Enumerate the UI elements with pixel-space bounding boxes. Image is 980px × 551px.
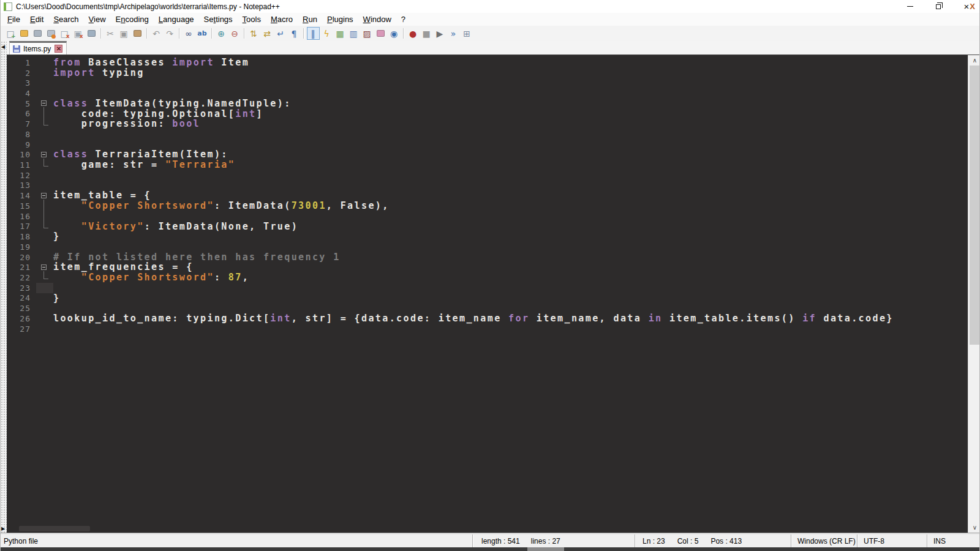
toolbar-separator (303, 28, 304, 39)
menu-macro[interactable]: Macro (266, 13, 298, 26)
replace-icon[interactable]: ab (196, 27, 209, 40)
print-icon[interactable] (85, 27, 98, 40)
zoom-in-icon[interactable]: ⊕ (215, 27, 228, 40)
code-line-20[interactable]: 20# If not listed here then has frequenc… (7, 252, 968, 263)
indent-guide-icon[interactable]: ‖ (307, 27, 320, 40)
scroll-up-arrow[interactable]: ∧ (968, 55, 980, 66)
code-line-4[interactable]: 4 (7, 88, 968, 99)
code-line-26[interactable]: 26lookup_id_to_name: typing.Dict[int, st… (7, 313, 968, 324)
minimize-button[interactable] (896, 0, 924, 13)
document-list-icon[interactable]: ▥ (347, 27, 360, 40)
code-line-22[interactable]: 22 "Copper Shortsword": 87, (7, 272, 968, 283)
fold-margin-start[interactable] (36, 99, 53, 109)
fold-collapse-box-icon[interactable] (41, 100, 47, 106)
code-line-14[interactable]: 14item_table = { (7, 190, 968, 201)
fold-collapse-box-icon[interactable] (41, 193, 47, 198)
folder-as-workspace-icon[interactable]: ▨ (361, 27, 374, 40)
horizontal-scrollbar-thumb[interactable] (19, 526, 90, 531)
menu-language[interactable]: Language (154, 13, 199, 26)
code-line-9[interactable]: 9 (7, 140, 968, 150)
undo-icon[interactable]: ↶ (150, 27, 163, 40)
close-button[interactable]: × (952, 0, 980, 13)
paste-icon[interactable] (131, 27, 144, 40)
document-monitoring-icon[interactable]: ◉ (388, 27, 401, 40)
copy-icon[interactable]: ▣ (118, 27, 130, 40)
sync-vertical-icon[interactable]: ⇅ (247, 27, 260, 40)
macro-stop-icon[interactable]: ■ (420, 27, 433, 40)
fold-margin-end (36, 119, 53, 129)
menu-tools[interactable]: Tools (238, 13, 266, 26)
close-file-icon[interactable]: □x (58, 27, 71, 40)
tab-scroll-left-arrow[interactable]: ◀ (1, 45, 5, 50)
code-line-1[interactable]: 1from BaseClasses import Item (7, 58, 968, 68)
code-line-24[interactable]: 24} (7, 293, 968, 304)
code-line-27[interactable]: 27 (7, 324, 968, 334)
menu-encoding[interactable]: Encoding (111, 13, 154, 26)
show-all-characters-icon[interactable]: ¶ (288, 27, 301, 40)
fold-margin-start[interactable] (36, 149, 53, 160)
macro-record-icon[interactable]: ● (407, 27, 420, 40)
code-line-16[interactable]: 16 (7, 211, 968, 222)
fold-margin-start[interactable] (36, 262, 53, 272)
menu-search[interactable]: Search (48, 13, 83, 26)
code-region[interactable]: 1from BaseClasses import Item2import typ… (7, 55, 968, 533)
code-line-5[interactable]: 5class ItemData(typing.NamedTuple): (7, 99, 968, 109)
fold-collapse-box-icon[interactable] (41, 152, 47, 157)
code-line-11[interactable]: 11 game: str = "Terraria" (7, 160, 968, 170)
project-panel-icon[interactable] (374, 27, 387, 40)
code-line-17[interactable]: 17 "Victory": ItemData(None, True) (7, 222, 968, 232)
menu-help[interactable]: ? (396, 13, 410, 26)
code-line-23[interactable]: 23 (7, 283, 968, 293)
new-file-icon[interactable]: □+ (4, 27, 17, 40)
macro-play-icon[interactable]: ▶ (434, 27, 447, 40)
save-icon[interactable] (31, 27, 44, 40)
find-icon[interactable]: ∞ (183, 27, 195, 40)
code-line-10[interactable]: 10class TerrariaItem(Item): (7, 149, 968, 160)
code-line-21[interactable]: 21item_frequencies = { (7, 262, 968, 272)
menu-edit[interactable]: Edit (25, 13, 48, 26)
close-all-icon[interactable]: ▣x (72, 27, 85, 40)
code-line-19[interactable]: 19 (7, 242, 968, 252)
dock-right-arrow[interactable]: ▶ (1, 527, 5, 531)
code-line-2[interactable]: 2import typing (7, 68, 968, 78)
code-line-3[interactable]: 3 (7, 78, 968, 88)
menu-plugins[interactable]: Plugins (322, 13, 358, 26)
fold-collapse-box-icon[interactable] (41, 264, 47, 270)
code-line-18[interactable]: 18} (7, 231, 968, 242)
restore-button[interactable] (924, 0, 952, 13)
line-number: 19 (7, 242, 36, 252)
word-wrap-icon[interactable]: ↵ (274, 27, 287, 40)
menu-window[interactable]: Window (358, 13, 396, 26)
code-line-15[interactable]: 15 "Copper Shortsword": ItemData(73001, … (7, 201, 968, 211)
scroll-down-arrow[interactable]: ∨ (968, 522, 980, 533)
tab-close-icon[interactable]: ✕ (55, 45, 62, 53)
redo-icon[interactable]: ↷ (164, 27, 176, 40)
function-list-icon[interactable]: ϟ (320, 27, 333, 40)
code-line-8[interactable]: 8 (7, 129, 968, 140)
vertical-scrollbar[interactable]: ∧ ∨ (968, 55, 980, 533)
cut-icon[interactable]: ✂ (104, 27, 117, 40)
close-document-x-button[interactable]: X (970, 2, 975, 11)
code-line-25[interactable]: 25 (7, 303, 968, 313)
vertical-scrollbar-thumb[interactable] (970, 66, 980, 345)
zoom-out-icon[interactable]: ⊖ (228, 27, 241, 40)
menu-settings[interactable]: Settings (199, 13, 238, 26)
menu-file[interactable]: File (2, 13, 25, 26)
menu-view[interactable]: View (84, 13, 111, 26)
line-number: 21 (7, 263, 36, 272)
macro-run-multiple-icon[interactable]: » (447, 27, 460, 40)
code-line-12[interactable]: 12 (7, 170, 968, 181)
editor-pane[interactable]: 1from BaseClasses import Item2import typ… (7, 55, 980, 533)
open-file-icon[interactable] (18, 27, 31, 40)
menu-run[interactable]: Run (298, 13, 322, 26)
tab-items-py[interactable]: Items.py ✕ (9, 41, 67, 54)
sync-horizontal-icon[interactable]: ⇄ (261, 27, 274, 40)
find-icon-glyph: ∞ (185, 29, 192, 38)
code-line-13[interactable]: 13 (7, 181, 968, 191)
fold-margin-start[interactable] (36, 190, 53, 201)
code-line-7[interactable]: 7 progression: bool (7, 119, 968, 129)
macro-save-icon[interactable]: ⊞ (461, 27, 473, 40)
save-all-icon[interactable]: ● (45, 27, 58, 40)
code-line-6[interactable]: 6 code: typing.Optional[int] (7, 109, 968, 119)
document-map-icon[interactable]: ▦ (334, 27, 347, 40)
